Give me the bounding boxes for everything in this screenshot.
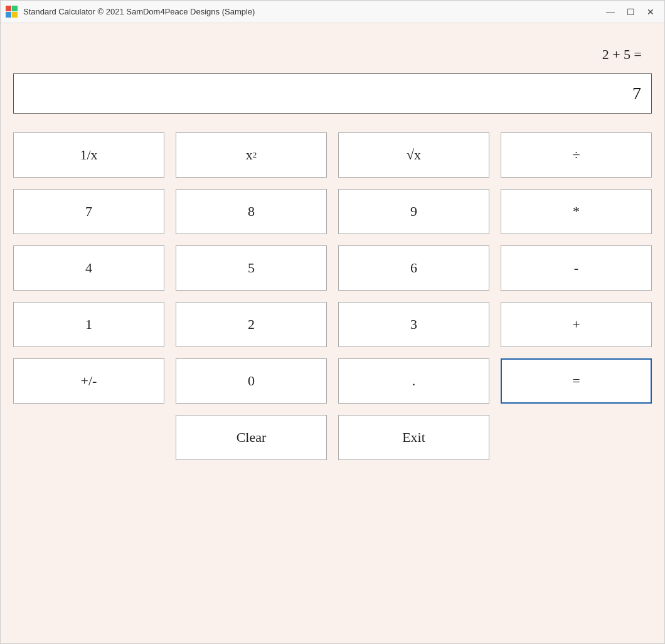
button-row-1: 1/x x2 √x ÷ <box>13 132 652 178</box>
zero-button[interactable]: 0 <box>176 358 327 404</box>
close-button[interactable]: ✕ <box>642 5 659 19</box>
window-title: Standard Calculator © 2021 SamDom4Peace … <box>23 7 255 16</box>
button-row-3: 4 5 6 - <box>13 245 652 291</box>
square-button[interactable]: x2 <box>176 132 327 178</box>
empty-cell-2 <box>501 415 652 460</box>
minimize-button[interactable]: — <box>602 5 619 19</box>
buttons-area: 1/x x2 √x ÷ 7 8 9 * 4 5 6 - 1 <box>13 120 652 631</box>
eight-button[interactable]: 8 <box>176 189 327 234</box>
expression-display: 2 + 5 = <box>13 36 652 73</box>
four-button[interactable]: 4 <box>13 245 164 291</box>
expression-text: 2 + 5 = <box>602 46 642 63</box>
title-bar: Standard Calculator © 2021 SamDom4Peace … <box>1 1 664 23</box>
reciprocal-button[interactable]: 1/x <box>13 132 164 178</box>
result-text: 7 <box>632 83 641 104</box>
one-button[interactable]: 1 <box>13 302 164 347</box>
sqrt-button[interactable]: √x <box>338 132 489 178</box>
nine-button[interactable]: 9 <box>338 189 489 234</box>
calculator-window: Standard Calculator © 2021 SamDom4Peace … <box>0 0 665 644</box>
decimal-button[interactable]: . <box>338 358 489 404</box>
calculator-body: 2 + 5 = 7 1/x x2 √x ÷ 7 8 9 * 4 <box>1 23 664 643</box>
empty-cell-1 <box>13 415 164 460</box>
multiply-button[interactable]: * <box>501 189 652 234</box>
window-controls: — ☐ ✕ <box>602 5 659 19</box>
negate-button[interactable]: +/- <box>13 358 164 404</box>
five-button[interactable]: 5 <box>176 245 327 291</box>
result-display: 7 <box>13 73 652 114</box>
app-icon <box>6 6 18 18</box>
button-row-4: 1 2 3 + <box>13 302 652 347</box>
two-button[interactable]: 2 <box>176 302 327 347</box>
add-button[interactable]: + <box>501 302 652 347</box>
divide-button[interactable]: ÷ <box>501 132 652 178</box>
button-row-2: 7 8 9 * <box>13 189 652 234</box>
button-row-6: Clear Exit <box>13 415 652 460</box>
seven-button[interactable]: 7 <box>13 189 164 234</box>
subtract-button[interactable]: - <box>501 245 652 291</box>
maximize-button[interactable]: ☐ <box>622 5 639 19</box>
exit-button[interactable]: Exit <box>338 415 489 460</box>
equals-button[interactable]: = <box>501 358 652 404</box>
title-bar-left: Standard Calculator © 2021 SamDom4Peace … <box>6 6 255 18</box>
button-row-5: +/- 0 . = <box>13 358 652 404</box>
three-button[interactable]: 3 <box>338 302 489 347</box>
six-button[interactable]: 6 <box>338 245 489 291</box>
clear-button[interactable]: Clear <box>176 415 327 460</box>
